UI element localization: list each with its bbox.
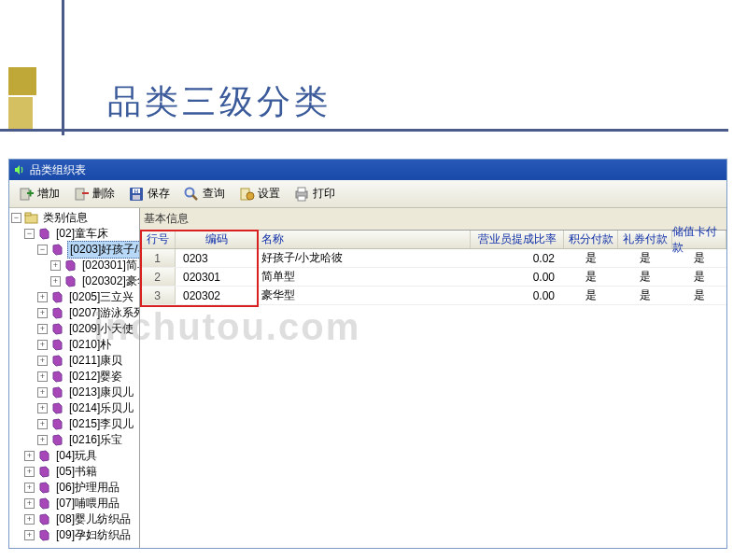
expand-icon[interactable]: + (37, 419, 48, 429)
print-icon (293, 186, 310, 203)
window-title: 品类组织表 (30, 162, 86, 178)
col-header-row[interactable]: 行号 (140, 231, 176, 248)
cell-card[interactable]: 是 (672, 287, 726, 304)
tree-node[interactable]: + [0216]乐宝 (11, 432, 137, 448)
cell-rate[interactable]: 0.02 (471, 249, 564, 267)
table-row[interactable]: 3 020302 豪华型 0.00 是 是 是 (140, 287, 726, 305)
expand-icon[interactable]: + (24, 483, 35, 493)
expand-icon[interactable]: + (37, 371, 48, 382)
tree-node-selected[interactable]: − [0203]好孩子/小龙哈彼 (11, 242, 137, 258)
slide-title: 品类三级分类 (107, 79, 331, 125)
window-titlebar[interactable]: 品类组织表 (9, 160, 726, 180)
details-panel: 基本信息 行号 编码 名称 营业员提成比率 积分付款 礼券付款 储值卡付款 1 … (140, 208, 726, 548)
cell-rate[interactable]: 0.00 (471, 287, 564, 304)
cell-code[interactable]: 020301 (176, 268, 258, 286)
delete-button[interactable]: 删除 (66, 182, 121, 206)
cell-points[interactable]: 是 (564, 287, 618, 304)
tree-node[interactable]: + [020302]豪华型 (11, 273, 137, 289)
cell-rate[interactable]: 0.00 (471, 268, 564, 286)
data-grid[interactable]: 行号 编码 名称 营业员提成比率 积分付款 礼券付款 储值卡付款 1 0203 … (140, 230, 726, 548)
tree-node[interactable]: + [09]孕妇纺织品 (11, 527, 137, 543)
query-button[interactable]: 查询 (176, 182, 232, 206)
col-header-points[interactable]: 积分付款 (564, 231, 618, 248)
tree-node[interactable]: + [0215]李贝儿 (11, 416, 137, 432)
expand-icon[interactable]: + (24, 514, 35, 525)
expand-icon[interactable]: + (37, 324, 48, 334)
cell-code[interactable]: 0203 (176, 249, 258, 267)
col-header-coupon[interactable]: 礼券付款 (618, 231, 672, 248)
expand-icon[interactable]: + (37, 356, 48, 366)
table-row[interactable]: 2 020301 简单型 0.00 是 是 是 (140, 268, 726, 287)
print-label: 打印 (313, 186, 335, 202)
cell-name[interactable]: 简单型 (258, 268, 471, 286)
tree-node[interactable]: − [02]童车床 (11, 226, 137, 242)
tree-node[interactable]: + [0211]康贝 (11, 353, 137, 369)
query-label: 查询 (203, 186, 225, 202)
collapse-icon[interactable]: − (37, 245, 48, 255)
category-icon (50, 307, 64, 319)
expand-icon[interactable]: + (37, 340, 48, 350)
expand-icon[interactable]: + (37, 387, 48, 398)
tree-node[interactable]: + [04]玩具 (11, 448, 137, 464)
cell-points[interactable]: 是 (564, 268, 618, 286)
save-button[interactable]: H 保存 (121, 182, 176, 206)
tree-label: [08]婴儿纺织品 (54, 511, 133, 527)
cell-coupon[interactable]: 是 (618, 268, 672, 286)
tree-label: [02]童车床 (54, 226, 110, 242)
category-icon (50, 386, 64, 399)
expand-icon[interactable]: + (50, 260, 61, 271)
cell-name[interactable]: 豪华型 (258, 287, 471, 304)
cell-points[interactable]: 是 (564, 249, 618, 267)
expand-icon[interactable]: + (37, 308, 48, 318)
cell-card[interactable]: 是 (672, 268, 726, 286)
col-header-rate[interactable]: 营业员提成比率 (471, 231, 564, 248)
expand-icon[interactable]: + (37, 403, 48, 413)
print-button[interactable]: 打印 (287, 182, 342, 206)
tree-node[interactable]: + [0210]朴 (11, 337, 137, 353)
gear-icon (238, 186, 255, 203)
cell-rownum: 2 (140, 268, 176, 286)
col-header-name[interactable]: 名称 (258, 231, 471, 248)
tree-node[interactable]: + [0212]婴姿 (11, 369, 137, 385)
cell-coupon[interactable]: 是 (618, 287, 672, 304)
tree-node[interactable]: + [0205]三立兴 (11, 289, 137, 305)
slide-decor-square (8, 67, 36, 95)
category-icon (37, 466, 51, 478)
tree-node[interactable]: + [07]哺喂用品 (11, 496, 137, 511)
table-row[interactable]: 1 0203 好孩子/小龙哈彼 0.02 是 是 是 (140, 249, 726, 268)
settings-button[interactable]: 设置 (232, 182, 287, 206)
tree-label: [0203]好孩子/小龙哈彼 (67, 241, 140, 259)
expand-icon[interactable]: + (24, 498, 35, 509)
tree-panel[interactable]: − 类别信息 − [02]童车床 − [0203]好孩子/小龙哈彼 (9, 208, 140, 548)
col-header-code[interactable]: 编码 (176, 231, 258, 248)
collapse-icon[interactable]: − (11, 213, 21, 223)
tree-node[interactable]: + [0209]小天使 (11, 321, 137, 337)
cell-code[interactable]: 020302 (176, 287, 258, 304)
expand-icon[interactable]: + (37, 435, 48, 445)
expand-icon[interactable]: + (50, 276, 61, 287)
category-icon (50, 355, 64, 367)
expand-icon[interactable]: + (24, 530, 35, 540)
tree-node[interactable]: + [020301]简单型 (11, 258, 137, 273)
search-icon (183, 186, 200, 203)
category-icon (50, 371, 64, 383)
category-icon (37, 228, 51, 240)
add-button[interactable]: 增加 (11, 182, 66, 206)
tree-node[interactable]: + [0214]乐贝儿 (11, 400, 137, 416)
tree-node[interactable]: + [08]婴儿纺织品 (11, 511, 137, 527)
tree-node[interactable]: + [05]书籍 (11, 464, 137, 480)
collapse-icon[interactable]: − (24, 229, 35, 239)
tree-label: [0213]康贝儿 (67, 385, 135, 400)
tree-node[interactable]: + [0213]康贝儿 (11, 385, 137, 400)
cell-coupon[interactable]: 是 (618, 249, 672, 267)
expand-icon[interactable]: + (24, 467, 35, 477)
cell-card[interactable]: 是 (672, 249, 726, 267)
cell-name[interactable]: 好孩子/小龙哈彼 (258, 249, 471, 267)
col-header-card[interactable]: 储值卡付款 (672, 231, 726, 248)
expand-icon[interactable]: + (24, 451, 35, 461)
expand-icon[interactable]: + (37, 292, 48, 302)
tree-root[interactable]: − 类别信息 (11, 210, 137, 226)
tree-node[interactable]: + [0207]游泳系列 (11, 305, 137, 321)
section-label: 基本信息 (140, 208, 726, 230)
tree-node[interactable]: + [06]护理用品 (11, 480, 137, 496)
